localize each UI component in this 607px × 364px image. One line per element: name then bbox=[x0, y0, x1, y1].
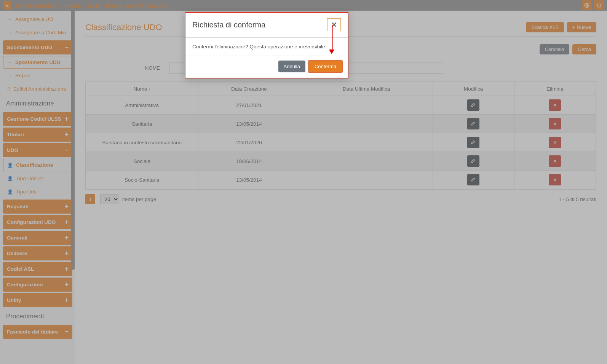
annulla-button[interactable]: Annulla bbox=[278, 61, 305, 72]
modal-title: Richiesta di conferma bbox=[192, 21, 327, 29]
modal-body: Confermi l'eliminazione? Questa operazio… bbox=[185, 38, 348, 56]
close-button[interactable]: ✕ bbox=[327, 18, 341, 31]
confirm-dialog: Richiesta di conferma ✕ Confermi l'elimi… bbox=[185, 12, 348, 78]
close-icon: ✕ bbox=[331, 20, 337, 29]
conferma-button[interactable]: Conferma bbox=[308, 61, 342, 72]
